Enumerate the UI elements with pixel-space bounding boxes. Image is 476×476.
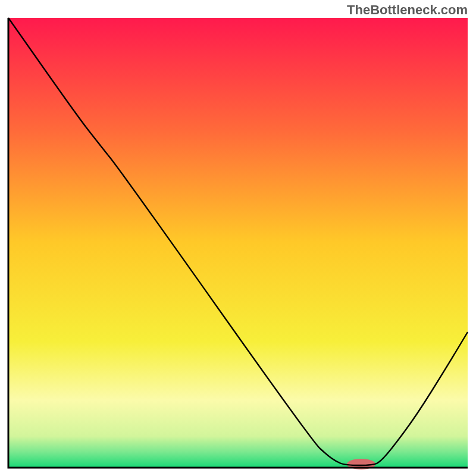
chart-container: TheBottleneck.com <box>0 0 476 476</box>
plot-background <box>8 18 468 468</box>
watermark-text: TheBottleneck.com <box>347 2 468 18</box>
bottleneck-chart <box>0 0 476 476</box>
